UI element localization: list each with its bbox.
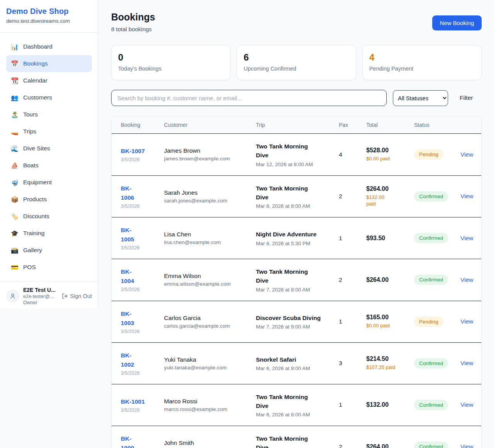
speedboat-icon: 🚤 (11, 128, 19, 135)
booking-date: 3/5/2026 (121, 245, 164, 251)
view-link[interactable]: View (460, 360, 473, 366)
sidebar-item-trips[interactable]: 🚤 Trips (6, 123, 92, 140)
status-badge: Confirmed (414, 233, 448, 243)
table-row: BK-1000 3/5/2026 John Smith john.smith@e… (112, 426, 481, 448)
sidebar-item-label: Calendar (23, 77, 47, 84)
col-header-customer: Customer (164, 122, 256, 128)
wave-icon: 🌊 (11, 145, 19, 152)
trip-name: Snorkel Safari (256, 355, 321, 364)
sidebar-item-equipment[interactable]: 🤿 Equipment (6, 174, 92, 191)
view-link[interactable]: View (460, 235, 473, 241)
view-link[interactable]: View (460, 193, 473, 199)
trip-name: Discover Scuba Diving (256, 313, 321, 322)
new-booking-button[interactable]: New Booking (432, 15, 482, 30)
avatar (6, 290, 19, 303)
paid-amount: $0.00 paid (366, 155, 414, 162)
booking-id-link[interactable]: BK-1001 (121, 398, 145, 405)
sidebar-item-pos[interactable]: 💳 POS (6, 259, 92, 276)
status-select[interactable]: All Statuses (393, 90, 448, 106)
booking-id-link[interactable]: BK-1000 (121, 434, 137, 448)
sidebar-item-label: Bookings (23, 60, 48, 67)
shop-domain: demo.test.divestreams.com (6, 18, 92, 24)
view-link[interactable]: View (460, 276, 473, 283)
col-header-total: Total (366, 122, 414, 128)
customer-name: Lisa Chen (164, 231, 256, 238)
col-header-booking: Booking (121, 122, 164, 128)
customer-name: Emma Wilson (164, 273, 256, 280)
total-amount: $528.00 (366, 147, 414, 154)
customer-email: lisa.chen@example.com (164, 239, 256, 245)
view-link[interactable]: View (460, 443, 473, 448)
customer-name: Carlos Garcia (164, 315, 256, 322)
customer-email: sarah.jones@example.com (164, 198, 256, 204)
sidebar-item-dashboard[interactable]: 📊 Dashboard (6, 38, 92, 55)
sidebar-item-products[interactable]: 📦 Products (6, 191, 92, 208)
sidebar-item-bookings[interactable]: 📅 Bookings (6, 55, 92, 72)
package-icon: 📦 (11, 196, 19, 203)
paid-amount: $132.00 paid (366, 194, 389, 207)
pax-count: 1 (339, 318, 366, 325)
trip-name: Two Tank Morning Dive (256, 267, 321, 285)
sidebar-item-label: Boats (23, 162, 39, 169)
stat-label: Upcoming Confirmed (244, 66, 349, 72)
trip-time: Mar 7, 2026 at 8:00 AM (256, 287, 339, 293)
sidebar-item-label: Trips (23, 128, 36, 135)
booking-id-link[interactable]: BK-1005 (121, 226, 137, 244)
sidebar-item-boats[interactable]: ⛵ Boats (6, 157, 92, 174)
booking-id-link[interactable]: BK-1006 (121, 184, 137, 202)
booking-id-link[interactable]: BK-1007 (121, 148, 145, 154)
user-name: E2E Test U... (23, 287, 56, 293)
booking-date: 3/5/2026 (121, 329, 164, 334)
search-input[interactable] (111, 90, 387, 106)
status-badge: Confirmed (414, 358, 448, 369)
sign-out-icon (62, 293, 68, 299)
booking-id-link[interactable]: BK-1003 (121, 309, 137, 328)
people-icon: 👥 (11, 94, 19, 101)
bookings-table: Booking Customer Trip Pax Total Status B… (111, 116, 482, 448)
customer-email: carlos.garcia@example.com (164, 323, 256, 329)
booking-date: 3/5/2026 (121, 371, 164, 376)
status-badge: Confirmed (414, 400, 448, 410)
sidebar-item-label: Discounts (23, 213, 49, 220)
sidebar-item-customers[interactable]: 👥 Customers (6, 89, 92, 106)
sidebar-item-dive-sites[interactable]: 🌊 Dive Sites (6, 140, 92, 157)
customer-email: yuki.tanaka@example.com (164, 365, 256, 371)
booking-id-link[interactable]: BK-1002 (121, 351, 137, 369)
brand-block: Demo Dive Shop demo.test.divestreams.com (0, 0, 98, 33)
paid-amount: $107.25 paid (366, 364, 414, 371)
sidebar-item-label: Equipment (23, 179, 52, 186)
diving-mask-icon: 🤿 (11, 179, 19, 186)
table-row: BK-1002 3/5/2026 Yuki Tanaka yuki.tanaka… (112, 343, 481, 384)
stat-value: 4 (369, 52, 475, 63)
sidebar-item-gallery[interactable]: 📸 Gallery (6, 242, 92, 259)
view-link[interactable]: View (460, 318, 473, 325)
pax-count: 1 (339, 401, 366, 408)
sign-out-button[interactable]: Sign Out (62, 293, 92, 299)
trip-time: Mar 6, 2026 at 8:00 AM (256, 412, 339, 418)
view-link[interactable]: View (460, 151, 473, 158)
user-role: Owner (23, 300, 56, 305)
customer-name: Yuki Tanaka (164, 356, 256, 363)
pax-count: 2 (339, 443, 366, 448)
table-row: BK-1005 3/5/2026 Lisa Chen lisa.chen@exa… (112, 217, 481, 259)
sidebar-item-label: Customers (23, 94, 52, 101)
graduation-cap-icon: 🎓 (11, 230, 19, 237)
status-badge: Pending (414, 317, 443, 327)
sidebar-item-label: Products (23, 196, 47, 203)
table-row: BK-1007 3/5/2026 James Brown james.brown… (112, 134, 481, 176)
sidebar-item-training[interactable]: 🎓 Training (6, 225, 92, 242)
trip-name: Night Dive Adventure (256, 230, 321, 239)
col-header-status: Status (414, 122, 460, 128)
status-badge: Confirmed (414, 275, 448, 285)
sidebar-item-calendar[interactable]: 📆 Calendar (6, 72, 92, 89)
sidebar-item-tours[interactable]: 🏝️ Tours (6, 106, 92, 123)
sidebar-item-discounts[interactable]: 🏷️ Discounts (6, 208, 92, 225)
trip-time: Mar 6, 2026 at 9:00 AM (256, 365, 339, 371)
booking-id-link[interactable]: BK-1004 (121, 267, 137, 286)
trip-time: Mar 8, 2026 at 8:00 AM (256, 203, 339, 209)
filter-button[interactable]: Filter (454, 94, 478, 101)
person-icon (10, 293, 16, 299)
view-link[interactable]: View (460, 401, 473, 408)
trip-name: Two Tank Morning Dive (256, 392, 321, 411)
stat-label: Today's Bookings (118, 66, 223, 72)
